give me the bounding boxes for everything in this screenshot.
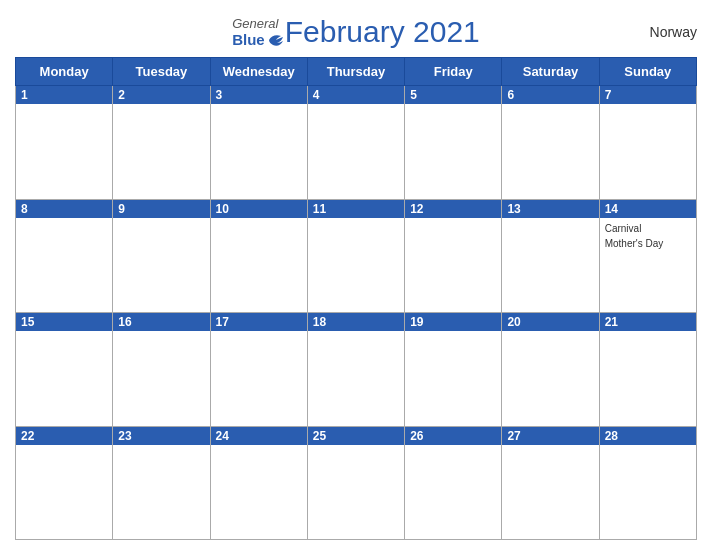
day-number-24: 24 <box>211 427 307 445</box>
calendar-title: February 2021 <box>285 15 480 49</box>
day-cell-1: 1 <box>16 86 113 200</box>
day-cell-14: 14CarnivalMother's Day <box>599 199 696 313</box>
day-cell-2: 2 <box>113 86 210 200</box>
weekday-header-sunday: Sunday <box>599 58 696 86</box>
day-number-8: 8 <box>16 200 112 218</box>
event-label: Mother's Day <box>605 237 691 250</box>
day-number-5: 5 <box>405 86 501 104</box>
day-number-19: 19 <box>405 313 501 331</box>
weekday-header-row: MondayTuesdayWednesdayThursdayFridaySatu… <box>16 58 697 86</box>
logo: General Blue <box>232 16 285 48</box>
calendar-table: MondayTuesdayWednesdayThursdayFridaySatu… <box>15 57 697 540</box>
day-cell-23: 23 <box>113 426 210 540</box>
day-cell-19: 19 <box>405 313 502 427</box>
day-number-7: 7 <box>600 86 696 104</box>
event-label: Carnival <box>605 222 691 235</box>
day-cell-8: 8 <box>16 199 113 313</box>
day-number-27: 27 <box>502 427 598 445</box>
day-number-25: 25 <box>308 427 404 445</box>
day-cell-27: 27 <box>502 426 599 540</box>
day-cell-5: 5 <box>405 86 502 200</box>
day-cell-26: 26 <box>405 426 502 540</box>
weekday-header-tuesday: Tuesday <box>113 58 210 86</box>
weekday-header-saturday: Saturday <box>502 58 599 86</box>
day-number-4: 4 <box>308 86 404 104</box>
day-cell-10: 10 <box>210 199 307 313</box>
day-number-15: 15 <box>16 313 112 331</box>
day-number-21: 21 <box>600 313 696 331</box>
day-cell-18: 18 <box>307 313 404 427</box>
day-number-18: 18 <box>308 313 404 331</box>
weekday-header-friday: Friday <box>405 58 502 86</box>
day-cell-20: 20 <box>502 313 599 427</box>
day-cell-16: 16 <box>113 313 210 427</box>
day-cell-6: 6 <box>502 86 599 200</box>
weekday-header-thursday: Thursday <box>307 58 404 86</box>
day-cell-7: 7 <box>599 86 696 200</box>
logo-blue-text: Blue <box>232 31 265 48</box>
day-cell-9: 9 <box>113 199 210 313</box>
calendar-header: General Blue February 2021 Norway <box>15 10 697 49</box>
day-number-28: 28 <box>600 427 696 445</box>
day-cell-15: 15 <box>16 313 113 427</box>
day-number-16: 16 <box>113 313 209 331</box>
logo-bird-icon <box>267 32 285 48</box>
day-number-10: 10 <box>211 200 307 218</box>
day-number-11: 11 <box>308 200 404 218</box>
day-cell-13: 13 <box>502 199 599 313</box>
day-cell-3: 3 <box>210 86 307 200</box>
day-number-13: 13 <box>502 200 598 218</box>
day-cell-25: 25 <box>307 426 404 540</box>
week-row-1: 1234567 <box>16 86 697 200</box>
day-number-9: 9 <box>113 200 209 218</box>
day-cell-24: 24 <box>210 426 307 540</box>
week-row-3: 15161718192021 <box>16 313 697 427</box>
day-number-3: 3 <box>211 86 307 104</box>
day-number-23: 23 <box>113 427 209 445</box>
weekday-header-wednesday: Wednesday <box>210 58 307 86</box>
logo-general-text: General <box>232 16 278 31</box>
week-row-4: 22232425262728 <box>16 426 697 540</box>
day-number-20: 20 <box>502 313 598 331</box>
day-number-12: 12 <box>405 200 501 218</box>
day-number-14: 14 <box>600 200 696 218</box>
day-cell-11: 11 <box>307 199 404 313</box>
day-number-2: 2 <box>113 86 209 104</box>
day-number-26: 26 <box>405 427 501 445</box>
day-number-6: 6 <box>502 86 598 104</box>
week-row-2: 891011121314CarnivalMother's Day <box>16 199 697 313</box>
day-number-22: 22 <box>16 427 112 445</box>
day-cell-4: 4 <box>307 86 404 200</box>
weekday-header-monday: Monday <box>16 58 113 86</box>
day-cell-21: 21 <box>599 313 696 427</box>
day-number-17: 17 <box>211 313 307 331</box>
day-cell-12: 12 <box>405 199 502 313</box>
country-label: Norway <box>650 24 697 40</box>
day-cell-17: 17 <box>210 313 307 427</box>
day-cell-22: 22 <box>16 426 113 540</box>
day-number-1: 1 <box>16 86 112 104</box>
day-cell-28: 28 <box>599 426 696 540</box>
